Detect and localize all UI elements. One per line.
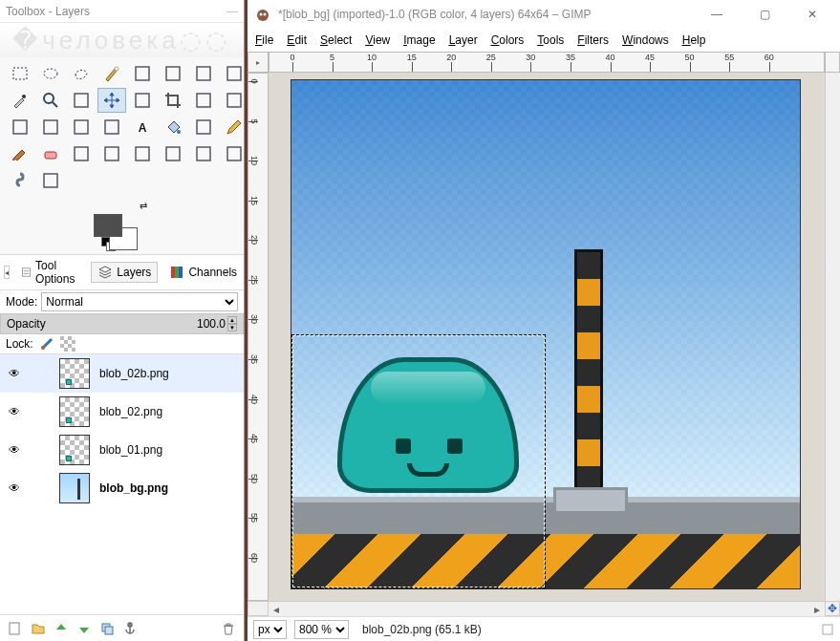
ellipse-select-icon[interactable] xyxy=(36,61,65,86)
move-icon[interactable] xyxy=(97,88,126,113)
delete-layer-icon[interactable] xyxy=(221,621,236,636)
window-close-button[interactable]: ✕ xyxy=(792,2,832,27)
dodge-burn-icon[interactable] xyxy=(36,168,65,193)
new-layer-icon[interactable] xyxy=(8,621,23,636)
layer-row[interactable]: 👁blob_02.png xyxy=(0,393,244,431)
canvas[interactable] xyxy=(291,80,800,588)
menu-file[interactable]: File xyxy=(255,33,273,47)
clone-icon[interactable] xyxy=(128,141,157,166)
layer-name[interactable]: blob_02b.png xyxy=(99,367,169,380)
scrollbar-horizontal[interactable]: ◂ ▸ xyxy=(269,601,825,616)
tab-tool-options[interactable]: Tool Options xyxy=(15,257,85,288)
svg-rect-9 xyxy=(75,94,88,107)
ruler-h-body[interactable]: 051015202530354045505560 xyxy=(269,52,825,73)
selection-marquee[interactable] xyxy=(291,334,546,588)
blend-icon[interactable] xyxy=(189,115,218,139)
opacity-spinner[interactable]: ▲▼ xyxy=(227,316,237,331)
eraser-icon[interactable] xyxy=(36,141,65,166)
tab-prev-icon[interactable]: ◂ xyxy=(4,266,10,279)
scissors-icon[interactable] xyxy=(159,61,187,86)
lock-alpha-icon[interactable] xyxy=(60,336,75,352)
flip-icon[interactable] xyxy=(67,115,96,139)
window-maximize-button[interactable]: ▢ xyxy=(744,2,785,27)
toolbox-min-icon[interactable]: — xyxy=(226,5,238,18)
menu-colors[interactable]: Colors xyxy=(491,33,525,47)
measure-icon[interactable] xyxy=(67,88,96,113)
rect-select-icon[interactable] xyxy=(6,61,34,86)
menubar[interactable]: FileEditSelectViewImageLayerColorsToolsF… xyxy=(248,29,840,52)
foreground-swatch[interactable] xyxy=(94,214,122,237)
paintbrush-icon[interactable] xyxy=(6,141,34,166)
shear-icon[interactable] xyxy=(6,115,34,139)
svg-rect-6 xyxy=(227,67,241,80)
rotate-icon[interactable] xyxy=(189,88,218,113)
layer-list[interactable]: 👁blob_02b.png👁blob_02.png👁blob_01.png👁bl… xyxy=(0,353,244,614)
canvas-viewport[interactable] xyxy=(269,73,825,601)
unit-select[interactable]: px xyxy=(253,620,287,639)
fuzzy-select-icon[interactable] xyxy=(97,61,126,86)
align-icon[interactable] xyxy=(128,88,157,113)
crop-icon[interactable] xyxy=(159,88,187,113)
scrollbar-vertical[interactable] xyxy=(825,73,840,601)
layer-thumbnail[interactable] xyxy=(59,473,90,503)
lower-layer-icon[interactable] xyxy=(76,621,92,636)
tab-channels[interactable]: Channels xyxy=(163,263,243,282)
menu-filters[interactable]: Filters xyxy=(577,33,609,47)
window-minimize-button[interactable]: — xyxy=(697,2,737,27)
quickmask-toggle[interactable] xyxy=(248,601,269,616)
anchor-layer-icon[interactable] xyxy=(122,621,138,636)
cancel-icon[interactable] xyxy=(821,623,834,636)
layer-mode-select[interactable]: Normal xyxy=(41,292,238,311)
visibility-toggle-icon[interactable]: 👁 xyxy=(6,367,23,380)
layer-thumbnail[interactable] xyxy=(59,435,90,465)
bucket-fill-icon[interactable] xyxy=(159,115,187,139)
free-select-icon[interactable] xyxy=(67,61,96,86)
visibility-toggle-icon[interactable]: 👁 xyxy=(6,443,23,457)
duplicate-layer-icon[interactable] xyxy=(99,621,115,636)
layer-thumbnail[interactable] xyxy=(59,358,90,389)
smudge-icon[interactable] xyxy=(6,168,34,193)
color-picker-icon[interactable] xyxy=(6,88,34,113)
text-icon[interactable]: A xyxy=(128,115,157,139)
layer-row[interactable]: 👁blob_bg.png xyxy=(0,469,244,507)
zoom-icon[interactable] xyxy=(36,88,65,113)
lock-pixels-icon[interactable] xyxy=(39,336,54,352)
perspective-clone-icon[interactable] xyxy=(189,141,218,166)
ruler-origin-button[interactable]: ▸ xyxy=(248,52,269,73)
layer-name[interactable]: blob_bg.png xyxy=(99,481,168,495)
airbrush-icon[interactable] xyxy=(67,141,96,166)
layer-row[interactable]: 👁blob_01.png xyxy=(0,431,244,469)
color-swatches[interactable]: ⇄ xyxy=(0,197,244,254)
heal-icon[interactable] xyxy=(159,141,187,166)
layer-name[interactable]: blob_02.png xyxy=(99,405,162,418)
ink-icon[interactable] xyxy=(97,141,126,166)
raise-layer-icon[interactable] xyxy=(54,621,69,636)
new-group-icon[interactable] xyxy=(31,621,46,636)
scroll-right-icon[interactable]: ▸ xyxy=(809,603,825,616)
menu-layer[interactable]: Layer xyxy=(449,33,478,47)
menu-edit[interactable]: Edit xyxy=(287,33,307,47)
svg-text:A: A xyxy=(139,121,147,135)
zoom-select[interactable]: 800 % xyxy=(294,620,349,639)
menu-tools[interactable]: Tools xyxy=(537,33,564,47)
visibility-toggle-icon[interactable]: 👁 xyxy=(6,405,23,418)
opacity-slider[interactable]: Opacity 100.0 ▲▼ xyxy=(0,313,244,334)
scroll-left-icon[interactable]: ◂ xyxy=(269,603,284,616)
layer-name[interactable]: blob_01.png xyxy=(99,443,162,457)
visibility-toggle-icon[interactable]: 👁 xyxy=(6,481,23,495)
menu-windows[interactable]: Windows xyxy=(622,33,669,47)
cage-icon[interactable] xyxy=(97,115,126,139)
menu-view[interactable]: View xyxy=(365,33,390,47)
perspective-icon[interactable] xyxy=(36,115,65,139)
swap-colors-icon[interactable]: ⇄ xyxy=(140,201,147,211)
foreground-select-icon[interactable] xyxy=(189,61,218,86)
ruler-vertical[interactable]: 051015202530354045505560 xyxy=(248,73,269,601)
layer-row[interactable]: 👁blob_02b.png xyxy=(0,354,244,393)
layer-thumbnail[interactable] xyxy=(59,396,90,427)
tab-layers[interactable]: Layers xyxy=(91,262,158,283)
by-color-select-icon[interactable] xyxy=(128,61,157,86)
menu-image[interactable]: Image xyxy=(403,33,435,47)
navigation-icon[interactable]: ✥ xyxy=(825,601,840,616)
menu-help[interactable]: Help xyxy=(682,33,706,47)
menu-select[interactable]: Select xyxy=(320,33,352,47)
